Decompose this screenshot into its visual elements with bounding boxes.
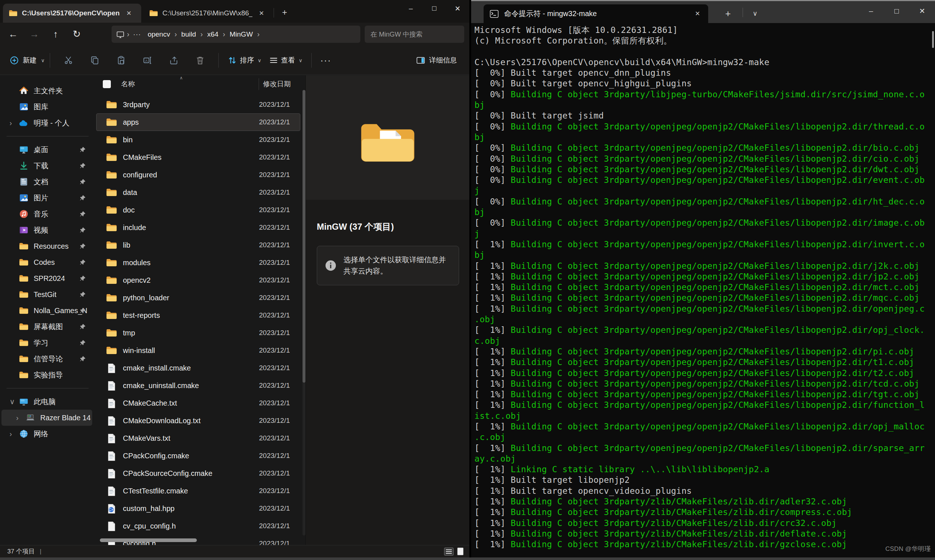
table-row[interactable]: CMakeFiles2023/12/1 (96, 149, 300, 166)
sidebar-item-主文件夹[interactable]: 主文件夹 (2, 83, 92, 99)
chevron-right-icon[interactable]: › (200, 30, 204, 38)
close-icon[interactable]: ✕ (693, 9, 702, 18)
up-button[interactable]: ↑ (48, 26, 64, 42)
close-button[interactable]: ✕ (909, 0, 935, 22)
view-button[interactable]: 查看 ∨ (269, 55, 303, 65)
breadcrumb-item[interactable]: opencv (144, 29, 174, 40)
horizontal-scrollbar-track[interactable] (97, 538, 291, 542)
terminal-body[interactable]: Microsoft Windows [版本 10.0.22631.2861](c… (471, 23, 935, 557)
new-button[interactable]: 新建 ∨ (9, 55, 45, 65)
paste-button[interactable] (113, 52, 129, 68)
table-row[interactable]: CPackSourceConfig.cmake2023/12/1 (96, 465, 300, 482)
breadcrumb-item[interactable]: build (178, 29, 200, 40)
sidebar-item-桌面[interactable]: 桌面 (2, 142, 92, 158)
close-icon[interactable]: ✕ (124, 9, 134, 18)
more-options-button[interactable]: ··· (320, 55, 331, 66)
details-pane-button[interactable]: 详细信息 (416, 55, 457, 65)
table-row[interactable]: cmake_install.cmake2023/12/1 (96, 359, 300, 377)
close-button[interactable]: ✕ (446, 0, 469, 17)
back-button[interactable]: ← (5, 26, 21, 42)
sidebar-item-音乐[interactable]: 音乐 (2, 206, 92, 222)
sidebar-item-网络[interactable]: ›网络 (2, 426, 92, 442)
table-row[interactable]: tmp2023/12/1 (96, 324, 300, 342)
terminal-dropdown-button[interactable]: ∨ (748, 6, 762, 21)
copy-button[interactable] (87, 52, 103, 68)
table-row[interactable]: modules2023/12/1 (96, 254, 300, 271)
new-tab-button[interactable]: + (278, 6, 291, 19)
sidebar-item-文档[interactable]: 文档 (2, 174, 92, 190)
sidebar-item-信管导论[interactable]: 信管导论 (2, 351, 92, 367)
large-icons-view-button[interactable] (457, 548, 463, 555)
explorer-tab-opencv[interactable]: C:\Users\25176\OpenCV\open ✕ (3, 4, 141, 23)
sidebar-item-Resources[interactable]: Resources (2, 238, 92, 254)
cut-button[interactable] (60, 52, 77, 68)
vertical-scrollbar-thumb[interactable] (303, 90, 306, 383)
sidebar-item-此电脑[interactable]: ∨此电脑 (2, 394, 92, 410)
horizontal-scrollbar-thumb[interactable] (100, 538, 197, 542)
sidebar-item-明瑾 - 个人[interactable]: ›明瑾 - 个人 (2, 115, 92, 131)
table-row[interactable]: apps2023/12/1 (96, 113, 300, 131)
chevron-right-icon[interactable]: › (257, 30, 260, 38)
sidebar-item-Razer Blade 14 ([interactable]: ›Razer Blade 14 ( (2, 410, 92, 426)
forward-button[interactable]: → (26, 26, 42, 42)
search-input[interactable]: 在 MinGW 中搜索 (365, 26, 464, 43)
table-row[interactable]: test-reports2023/12/1 (96, 306, 300, 324)
table-row[interactable]: data2023/12/1 (96, 184, 300, 201)
table-row[interactable]: CMakeCache.txt2023/12/1 (96, 394, 300, 412)
column-divider[interactable] (258, 78, 259, 90)
sidebar-item-图库[interactable]: 图库 (2, 99, 92, 115)
column-name[interactable]: 名称 (121, 79, 135, 89)
refresh-button[interactable]: ↻ (69, 26, 85, 42)
sort-button[interactable]: 排序 ∨ (228, 55, 261, 65)
chevron-right-icon[interactable]: › (174, 30, 178, 38)
sidebar-item-图片[interactable]: 图片 (2, 190, 92, 206)
table-row[interactable]: lib2023/12/1 (96, 236, 300, 254)
maximize-button[interactable]: □ (423, 0, 446, 17)
column-date[interactable]: 修改日期 (263, 79, 291, 89)
table-row[interactable]: CTestTestfile.cmake2023/12/1 (96, 482, 300, 500)
address-box[interactable]: › ··· opencv›build›x64›MinGW› (112, 26, 360, 43)
chevron-right-icon[interactable]: › (9, 430, 19, 438)
minimize-button[interactable]: – (399, 0, 423, 17)
sidebar-item-Nolla_Games_N[interactable]: Nolla_Games_N (2, 303, 92, 318)
new-terminal-tab-button[interactable]: + (721, 6, 735, 21)
sidebar-item-Codes[interactable]: Codes (2, 254, 92, 270)
table-row[interactable]: cmake_uninstall.cmake2023/12/1 (96, 377, 300, 394)
table-row[interactable]: CPackConfig.cmake2023/12/1 (96, 447, 300, 465)
terminal-scrollbar-thumb[interactable] (932, 31, 934, 48)
table-row[interactable]: configured2023/12/1 (96, 166, 300, 184)
sidebar-item-下载[interactable]: 下载 (2, 158, 92, 174)
chevron-down-icon[interactable]: ∨ (9, 397, 19, 406)
breadcrumb-overflow-icon[interactable]: ··· (132, 30, 143, 38)
minimize-button[interactable]: – (858, 0, 884, 22)
table-row[interactable]: C+custom_hal.hpp2023/12/1 (96, 500, 300, 517)
terminal-tab[interactable]: 命令提示符 - mingw32-make ✕ (484, 5, 708, 23)
sidebar-item-TestGit[interactable]: TestGit (2, 286, 92, 303)
table-row[interactable]: CMakeVars.txt2023/12/1 (96, 429, 300, 447)
details-view-button[interactable] (444, 548, 454, 555)
table-row[interactable]: python_loader2023/12/1 (96, 289, 300, 306)
chevron-right-icon[interactable]: › (9, 119, 19, 127)
table-row[interactable]: cv_cpu_config.h2023/12/1 (96, 517, 300, 535)
share-button[interactable] (166, 52, 182, 68)
explorer-tab-mingw[interactable]: C:\Users\25176\MinGW\x86_64 ✕ (143, 4, 271, 23)
close-icon[interactable]: ✕ (257, 9, 266, 18)
chevron-right-icon[interactable]: › (222, 30, 226, 38)
table-row[interactable]: win-install2023/12/1 (96, 342, 300, 359)
table-row[interactable]: opencv22023/12/1 (96, 271, 300, 289)
delete-button[interactable] (192, 52, 208, 68)
sidebar-item-屏幕截图[interactable]: 屏幕截图 (2, 318, 92, 335)
sidebar-item-实验指导[interactable]: 实验指导 (2, 367, 92, 383)
select-all-checkbox[interactable] (103, 80, 111, 88)
sidebar-item-视频[interactable]: 视频 (2, 222, 92, 238)
table-row[interactable]: include2023/12/1 (96, 219, 300, 236)
table-row[interactable]: bin2023/12/1 (96, 131, 300, 149)
table-row[interactable]: CMakeDownloadLog.txt2023/12/1 (96, 412, 300, 429)
breadcrumb-item[interactable]: MinGW (226, 29, 257, 40)
rename-button[interactable]: A (139, 52, 155, 68)
breadcrumb-item[interactable]: x64 (203, 29, 222, 40)
sidebar-item-学习[interactable]: 学习 (2, 335, 92, 351)
chevron-right-icon[interactable]: › (16, 414, 26, 422)
sidebar-item-SPR2024[interactable]: SPR2024 (2, 270, 92, 286)
table-row[interactable]: doc2023/12/1 (96, 201, 300, 219)
